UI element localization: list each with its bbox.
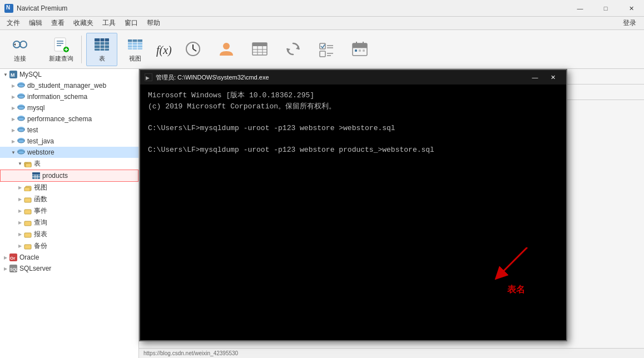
menu-help[interactable]: 帮助 [142, 17, 165, 29]
checklist-icon [318, 40, 335, 58]
sidebar-item-mysql[interactable]: ▼ M MySQL [0, 69, 138, 80]
sidebar-item-db6[interactable]: ▶ test_java [0, 136, 138, 147]
sidebar-item-queries-folder[interactable]: ▶ 查询 [0, 217, 138, 228]
user-button[interactable] [211, 33, 242, 66]
svg-point-59 [18, 84, 24, 87]
window-controls: — □ ✕ [567, 0, 644, 17]
checklist-button[interactable] [311, 33, 342, 66]
cmd-titlebar: ▶ 管理员: C:\WINDOWS\system32\cmd.exe — ✕ [140, 70, 566, 84]
svg-rect-21 [128, 39, 142, 42]
svg-point-79 [18, 140, 24, 143]
db3-icon [17, 103, 26, 112]
sidebar-item-db3[interactable]: ▶ mysql [0, 102, 138, 113]
cmd-title: 管理员: C:\WINDOWS\system32\cmd.exe [156, 73, 526, 82]
table-icon [93, 36, 111, 53]
svg-rect-98 [24, 233, 31, 237]
svg-rect-99 [24, 245, 31, 249]
sidebar-item-products-label: products [42, 172, 68, 180]
menu-edit[interactable]: 编辑 [24, 17, 47, 29]
views-folder-icon [23, 183, 32, 192]
maximize-button[interactable]: □ [593, 0, 618, 17]
grid-button[interactable] [244, 33, 275, 66]
sidebar-item-db2[interactable]: ▶ information_schema [0, 91, 138, 102]
cmd-line-5 [148, 133, 558, 145]
table-button[interactable]: 表 [86, 33, 117, 66]
user-icon [217, 40, 235, 58]
backup-folder-icon [23, 242, 32, 251]
title-bar: Navicat Premium — □ ✕ [0, 0, 644, 17]
schedule-button[interactable] [177, 33, 209, 66]
annotation: 表名 [494, 247, 538, 296]
view-label: 视图 [129, 54, 141, 63]
svg-rect-53 [363, 49, 365, 52]
content-panel: 对象 打开表 设计 名 [139, 69, 644, 358]
sidebar-item-views-folder[interactable]: ▶ 视图 [0, 182, 138, 193]
menu-window[interactable]: 窗口 [120, 17, 142, 29]
sidebar-item-db1[interactable]: ▶ db_student_manager_web [0, 80, 138, 91]
sidebar-item-webstore[interactable]: ▼ webstore [0, 147, 138, 158]
svg-line-30 [193, 49, 196, 51]
refresh-icon [284, 40, 302, 58]
svg-point-71 [18, 117, 24, 121]
svg-rect-47 [353, 43, 367, 48]
menu-tools[interactable]: 工具 [98, 17, 120, 29]
status-text: https://blog.csdn.net/weixin_42395530 [143, 350, 238, 356]
cmd-close-button[interactable]: ✕ [544, 70, 562, 84]
svg-point-75 [18, 128, 24, 132]
connect-icon [11, 36, 29, 53]
db1-icon [17, 81, 26, 90]
webstore-icon [17, 148, 26, 157]
sidebar-item-tables-folder[interactable]: ▼ 表 [0, 158, 138, 170]
sidebar-item-db3-label: mysql [27, 104, 44, 112]
new-query-button[interactable]: 新建查询 [46, 33, 77, 66]
app-icon [4, 4, 13, 13]
fx-button[interactable]: f(x) [153, 38, 175, 61]
svg-rect-86 [26, 163, 31, 167]
calendar-icon [351, 40, 369, 58]
close-button[interactable]: ✕ [618, 0, 644, 17]
sidebar-item-sqlserver[interactable]: ▶ SQL SQLserver [0, 263, 138, 274]
connect-label: 连接 [14, 54, 26, 63]
status-bar: https://blog.csdn.net/weixin_42395530 [139, 348, 644, 358]
products-table-icon [32, 171, 41, 180]
tree-arrow-mysql: ▼ [2, 71, 9, 78]
view-button[interactable]: 视图 [120, 33, 151, 66]
login-button[interactable]: 登录 [617, 17, 642, 29]
sidebar-item-oracle[interactable]: ▶ Or Oracle [0, 252, 138, 263]
sidebar-item-mysql-label: MySQL [19, 71, 42, 78]
svg-rect-41 [320, 51, 325, 57]
clock-icon [184, 40, 202, 58]
cmd-window: ▶ 管理员: C:\WINDOWS\system32\cmd.exe — ✕ M… [139, 69, 567, 341]
connect-button[interactable]: 连接 [4, 33, 36, 66]
cmd-line-1: Microsoft Windows [版本 10.0.18362.295] [148, 90, 558, 101]
menu-view[interactable]: 查看 [47, 17, 69, 29]
sidebar-item-db5[interactable]: ▶ test [0, 125, 138, 136]
svg-text:f(x): f(x) [156, 44, 172, 57]
svg-marker-5 [14, 43, 16, 46]
sidebar-item-products[interactable]: ▶ products [0, 170, 138, 182]
svg-point-67 [18, 106, 24, 110]
toolbar: 连接 新建查询 [0, 30, 644, 69]
menu-bar: 文件 编辑 查看 收藏夹 工具 窗口 帮助 登录 [0, 17, 644, 30]
sidebar-item-webstore-label: webstore [27, 148, 55, 156]
minimize-button[interactable]: — [567, 0, 593, 17]
db4-icon [17, 115, 26, 123]
calendar-button[interactable] [344, 33, 375, 66]
cmd-body: Microsoft Windows [版本 10.0.18362.295] (c… [140, 84, 566, 340]
table-label: 表 [99, 54, 105, 63]
svg-rect-52 [359, 49, 361, 52]
sidebar-item-functions-folder[interactable]: ▶ 函数 [0, 193, 138, 205]
db5-icon [17, 126, 26, 135]
refresh-button[interactable] [278, 33, 309, 66]
menu-file[interactable]: 文件 [2, 17, 24, 29]
sidebar-item-db4[interactable]: ▶ performance_schema [0, 113, 138, 125]
svg-line-115 [499, 247, 527, 275]
new-query-icon [52, 36, 70, 53]
sidebar-item-reports-folder[interactable]: ▶ 报表 [0, 228, 138, 240]
menu-favorites[interactable]: 收藏夹 [69, 17, 98, 29]
sidebar-item-events-folder[interactable]: ▶ 事件 [0, 205, 138, 217]
functions-folder-icon [23, 195, 32, 204]
svg-text:SQL: SQL [10, 267, 17, 272]
cmd-minimize-button[interactable]: — [526, 70, 544, 84]
sidebar-item-backup-folder[interactable]: ▶ 备份 [0, 240, 138, 252]
